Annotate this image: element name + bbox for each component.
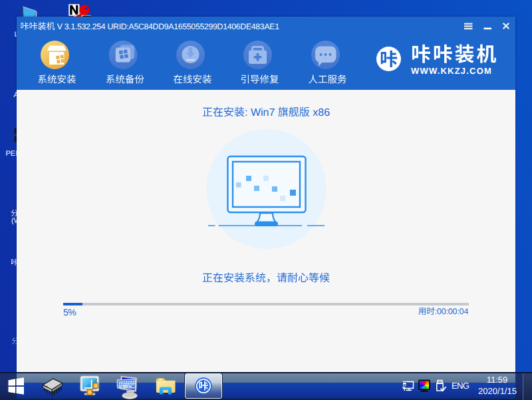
svg-text:x86: x86	[310, 107, 330, 118]
svg-text:11:59: 11:59	[487, 375, 508, 385]
svg-text:WWW.KKZJ.COM: WWW.KKZJ.COM	[411, 66, 492, 76]
svg-text:5%: 5%	[63, 307, 76, 317]
svg-text:: Win7: : Win7	[245, 107, 278, 118]
svg-text:V 3.1.532.254 URID:A5C84DD9A16: V 3.1.532.254 URID:A5C84DD9A1655055299D1…	[55, 22, 280, 31]
svg-text:2020/1/15: 2020/1/15	[478, 386, 517, 396]
svg-text::00:00:04: :00:00:04	[435, 307, 469, 316]
svg-text:ENG: ENG	[452, 381, 469, 391]
